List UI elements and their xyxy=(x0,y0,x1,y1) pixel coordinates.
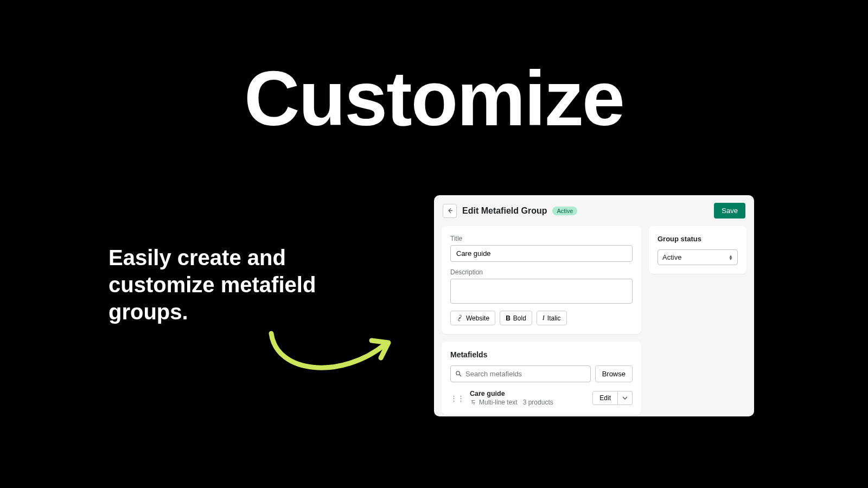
metafield-name: Care guide xyxy=(470,390,587,397)
metafields-card: Metafields Browse ⋮⋮ Care guide xyxy=(442,342,641,415)
search-input[interactable] xyxy=(462,366,586,382)
search-wrap[interactable] xyxy=(450,365,591,382)
status-badge: Active xyxy=(552,207,577,215)
status-card: Group status Active ▲▼ xyxy=(649,226,746,274)
title-input[interactable] xyxy=(450,245,633,262)
edit-more-button[interactable] xyxy=(618,391,633,405)
description-label: Description xyxy=(450,268,633,276)
caret-down-icon xyxy=(622,396,628,400)
metafields-heading: Metafields xyxy=(450,350,633,359)
status-select[interactable]: Active ▲▼ xyxy=(658,249,738,265)
select-sort-icon: ▲▼ xyxy=(729,255,733,260)
italic-button[interactable]: I Italic xyxy=(537,311,567,325)
app-panel: Edit Metafield Group Active Save Title D… xyxy=(434,195,754,416)
italic-icon: I xyxy=(542,314,545,322)
metafield-type: Multi-line text xyxy=(479,399,518,406)
text-type-icon xyxy=(470,399,477,406)
search-icon xyxy=(455,370,462,377)
tagline-text: Easily create and customize metafield gr… xyxy=(108,244,336,325)
back-button[interactable] xyxy=(443,204,457,218)
panel-header: Edit Metafield Group Active Save xyxy=(434,195,754,226)
website-label: Website xyxy=(466,314,489,322)
metafield-row: ⋮⋮ Care guide Multi-line text 3 products xyxy=(450,390,633,406)
status-value: Active xyxy=(662,253,681,261)
arrow-decoration xyxy=(260,325,401,385)
link-icon xyxy=(456,314,463,322)
save-button[interactable]: Save xyxy=(714,203,745,219)
bold-button[interactable]: B Bold xyxy=(500,311,532,325)
hero-title: Customize xyxy=(244,54,624,143)
title-label: Title xyxy=(450,235,633,242)
website-button[interactable]: Website xyxy=(450,311,495,325)
edit-button[interactable]: Edit xyxy=(592,391,618,405)
page-title: Edit Metafield Group xyxy=(462,206,547,216)
details-card: Title Description Website B Bold I It xyxy=(442,226,641,334)
drag-handle-icon[interactable]: ⋮⋮ xyxy=(450,394,464,402)
svg-point-0 xyxy=(456,371,460,375)
browse-button[interactable]: Browse xyxy=(595,365,633,382)
description-input[interactable] xyxy=(450,279,633,304)
arrow-left-icon xyxy=(446,207,454,214)
status-heading: Group status xyxy=(658,235,738,243)
format-toolbar: Website B Bold I Italic xyxy=(450,311,633,325)
bold-label: Bold xyxy=(513,314,526,322)
svg-line-1 xyxy=(459,375,461,376)
bold-icon: B xyxy=(506,314,510,322)
italic-label: Italic xyxy=(547,314,561,322)
metafield-count: 3 products xyxy=(523,399,553,406)
